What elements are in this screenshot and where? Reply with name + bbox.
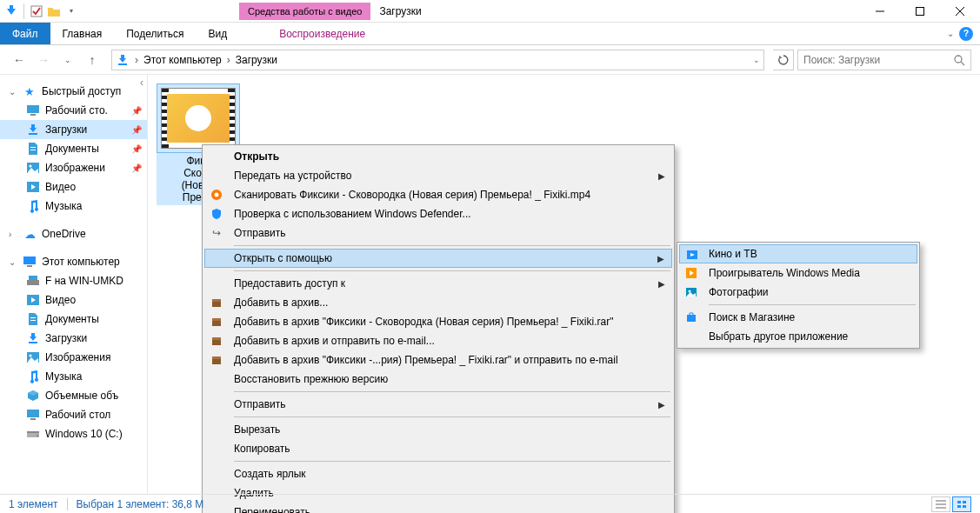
cloud-icon: ☁ (23, 227, 37, 241)
separator (67, 498, 68, 510)
svg-rect-21 (30, 317, 36, 318)
minimize-button[interactable] (860, 0, 900, 23)
chevron-right-icon[interactable]: › (133, 54, 140, 66)
window-controls (860, 0, 980, 23)
nav-item-videos[interactable]: Видео (0, 290, 147, 310)
wmp-icon (684, 266, 698, 280)
nav-item-music[interactable]: Музыка (0, 367, 147, 386)
svg-rect-49 (957, 501, 961, 503)
nav-item-netdrive[interactable]: F на WIN-UMKD (0, 271, 147, 290)
chevron-right-icon[interactable]: › (225, 54, 232, 66)
svg-line-7 (961, 62, 964, 65)
submenu-arrow-icon: ▶ (658, 400, 665, 410)
help-icon[interactable]: ? (959, 27, 973, 41)
title-bar: ▾ Средства работы с видео Загрузки (0, 0, 980, 23)
nav-item-desktop[interactable]: Рабочий сто.📌 (0, 101, 147, 120)
ctx-share-access[interactable]: Предоставить доступ к▶ (204, 274, 672, 293)
nav-bar: ← → ⌄ ↑ › Этот компьютер › Загрузки ⌄ (0, 45, 980, 75)
ctx-add-email[interactable]: Добавить в архив и отправить по e-mail..… (204, 331, 672, 350)
nav-item-pictures[interactable]: Изображени📌 (0, 158, 147, 177)
submenu-movies-tv[interactable]: Кино и ТВ (679, 244, 917, 263)
ctx-add-rar-email[interactable]: Добавить в архив "Фиксики -...рия) Премь… (204, 350, 672, 370)
down-arrow-icon[interactable] (3, 3, 19, 19)
nav-this-pc[interactable]: ⌄ Этот компьютер (0, 252, 147, 271)
separator (709, 304, 916, 305)
ctx-open-with[interactable]: Открыть с помощью▶ (204, 249, 672, 268)
ctx-open[interactable]: Открыть (204, 147, 672, 166)
view-details-button[interactable] (931, 496, 950, 512)
svg-rect-5 (118, 63, 127, 65)
view-icons-button[interactable] (952, 496, 971, 512)
ctx-scan-avast[interactable]: Сканировать Фиксики - Сковородка (Новая … (204, 185, 672, 204)
svg-rect-29 (27, 431, 39, 433)
breadcrumb-dropdown-icon[interactable]: ⌄ (753, 56, 760, 64)
nav-up-button[interactable]: ↑ (82, 50, 103, 70)
ribbon-tab-playback[interactable]: Воспроизведение (267, 23, 377, 44)
nav-label: Музыка (45, 370, 82, 383)
ctx-send[interactable]: ↪Отправить (204, 223, 672, 243)
nav-item-videos[interactable]: Видео (0, 177, 147, 197)
download-folder-icon (116, 53, 130, 67)
ctx-defender[interactable]: Проверка с использованием Windows Defend… (204, 204, 672, 223)
refresh-button[interactable] (773, 50, 794, 70)
svg-rect-16 (23, 256, 36, 264)
nav-item-documents[interactable]: Документы (0, 310, 147, 329)
nav-onedrive[interactable]: › ☁ OneDrive (0, 224, 147, 243)
checkbox-icon[interactable] (29, 3, 44, 19)
winrar-icon (210, 296, 223, 310)
ctx-copy[interactable]: Копировать (204, 439, 672, 458)
ctx-cast[interactable]: Передать на устройство▶ (204, 166, 672, 185)
breadcrumb-seg-0[interactable]: Этот компьютер (140, 54, 225, 66)
breadcrumb[interactable]: › Этот компьютер › Загрузки ⌄ (111, 50, 764, 70)
nav-item-desktop[interactable]: Рабочий стол (0, 405, 147, 424)
nav-item-documents[interactable]: Документы📌 (0, 139, 147, 158)
ctx-cut[interactable]: Вырезать (204, 420, 672, 439)
svg-rect-23 (29, 342, 37, 343)
nav-item-drive[interactable]: Windows 10 (C:) (0, 424, 147, 443)
svg-rect-17 (27, 265, 32, 267)
nav-item-3d[interactable]: Объемные объ (0, 386, 147, 405)
nav-back-button[interactable]: ← (9, 50, 30, 70)
share-icon: ↪ (210, 226, 223, 240)
ribbon-tab-file[interactable]: Файл (0, 23, 50, 44)
folder-icon[interactable] (46, 3, 62, 19)
ribbon-collapse-icon[interactable]: ⌄ (947, 29, 954, 38)
submenu-photos[interactable]: Фотографии (679, 283, 917, 302)
qat-dropdown-icon[interactable]: ▾ (63, 3, 79, 19)
breadcrumb-seg-1[interactable]: Загрузки (232, 54, 281, 66)
ctx-send-to[interactable]: Отправить▶ (204, 395, 672, 414)
nav-item-download[interactable]: Загрузки (0, 329, 147, 348)
nav-label: Видео (45, 181, 76, 193)
pin-icon: 📌 (131, 144, 142, 154)
nav-quick-access[interactable]: ⌄ ★ Быстрый доступ (0, 82, 147, 101)
drag-handle-icon[interactable]: ‹ (137, 75, 147, 90)
nav-label: Документы (45, 143, 99, 155)
svg-rect-22 (30, 320, 36, 321)
submenu-choose[interactable]: Выбрать другое приложение (679, 327, 917, 346)
ribbon-tab-share[interactable]: Поделиться (114, 23, 196, 44)
caret-down-icon: ⌄ (9, 257, 17, 267)
close-button[interactable] (940, 0, 980, 23)
nav-item-download[interactable]: Загрузки📌 (0, 120, 147, 139)
search-input[interactable] (803, 54, 953, 66)
submenu-store[interactable]: Поиск в Магазине (679, 308, 917, 327)
winrar-icon (210, 315, 223, 329)
search-box[interactable] (797, 50, 971, 70)
ribbon-tab-home[interactable]: Главная (50, 23, 115, 44)
nav-forward-button[interactable]: → (33, 50, 54, 70)
ctx-add-archive[interactable]: Добавить в архив... (204, 293, 672, 312)
nav-item-pictures[interactable]: Изображения (0, 348, 147, 367)
ctx-restore[interactable]: Восстановить прежнюю версию (204, 370, 672, 389)
svg-point-6 (955, 56, 962, 63)
nav-label: Загрузки (45, 332, 87, 344)
maximize-button[interactable] (900, 0, 940, 23)
svg-rect-9 (30, 114, 36, 116)
nav-recent-dropdown[interactable]: ⌄ (57, 50, 78, 70)
submenu-wmp[interactable]: Проигрыватель Windows Media (679, 263, 917, 283)
ctx-shortcut[interactable]: Создать ярлык (204, 464, 672, 483)
svg-rect-36 (212, 318, 221, 321)
ribbon-tab-view[interactable]: Вид (196, 23, 239, 44)
nav-item-music[interactable]: Музыка (0, 197, 147, 216)
search-icon[interactable] (953, 54, 965, 66)
ctx-add-rar[interactable]: Добавить в архив "Фиксики - Сковородка (… (204, 312, 672, 331)
